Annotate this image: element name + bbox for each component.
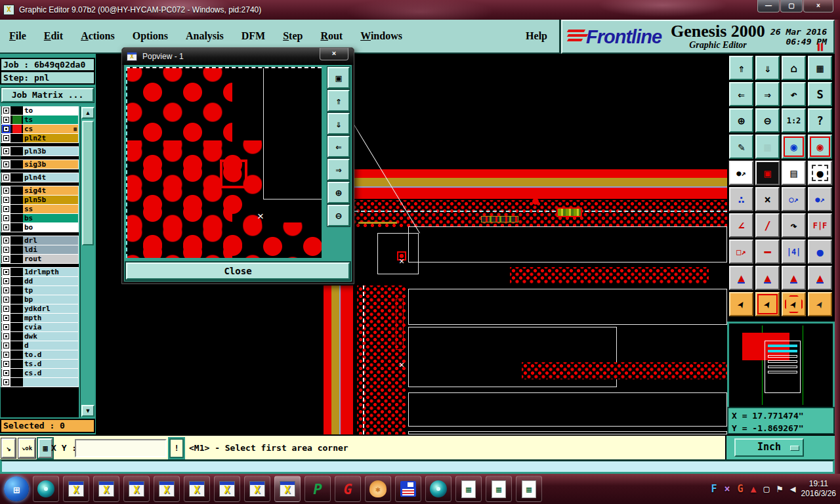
rotate-button[interactable]: ↷ [782, 213, 806, 238]
layer-color-swatch[interactable] [12, 304, 22, 313]
surface-button[interactable]: ● [808, 240, 832, 264]
layer-visibility-checkbox[interactable] [2, 160, 10, 169]
layer-row[interactable] [1, 377, 79, 387]
layer-color-swatch[interactable] [12, 173, 22, 182]
sig3b[interactable]: sig3b [1, 159, 79, 169]
select-pointer-button[interactable]: ➤ [729, 292, 753, 316]
grid-button[interactable]: ▦ [755, 135, 780, 159]
drl[interactable]: drl [1, 236, 79, 245]
layer-visibility-checkbox[interactable] [2, 255, 10, 263]
flash-tray-icon[interactable]: F [711, 483, 717, 495]
media-player-button[interactable] [33, 476, 59, 502]
1drlmpth[interactable]: 1drlmpth [1, 267, 79, 277]
genesis-window-4-button[interactable]: X [154, 476, 180, 502]
unit-dropdown[interactable]: Inch [734, 438, 804, 457]
layer-visibility-checkbox[interactable] [2, 277, 10, 285]
layer-color-swatch[interactable] [12, 255, 22, 263]
select-mode-1-button[interactable]: ▲ [729, 266, 753, 290]
layer-visibility-checkbox[interactable] [2, 116, 10, 124]
genesis-window-7-button[interactable]: X [244, 476, 270, 502]
close-button[interactable]: × [803, 0, 833, 12]
snap-mode-button[interactable]: ↘ [1, 438, 16, 458]
layer-color-swatch[interactable] [12, 214, 22, 222]
select-frame-button[interactable]: ➤ [755, 292, 780, 316]
layer-visibility-checkbox[interactable] [2, 286, 10, 295]
minimize-button[interactable]: — [757, 0, 780, 12]
zoom-ratio-button[interactable]: 1:2 [782, 108, 806, 133]
view-down-button[interactable]: ⇓ [755, 56, 780, 80]
layer-color-swatch[interactable] [12, 186, 22, 195]
layer-visibility-checkbox[interactable] [2, 304, 10, 313]
layer-visibility-checkbox[interactable] [2, 106, 10, 115]
layer-color-swatch[interactable] [12, 341, 22, 350]
profile-view-button[interactable]: S [808, 82, 832, 106]
tp[interactable]: tp [1, 285, 79, 295]
menu-analysis[interactable]: Analysis [186, 30, 224, 42]
layer-color-swatch[interactable] [12, 268, 22, 276]
save-tool-button[interactable] [395, 476, 421, 502]
pln2t[interactable]: pln2t [1, 133, 79, 143]
layer-color-swatch[interactable] [12, 205, 22, 213]
select-mode-3-button[interactable]: ▲ [782, 266, 806, 290]
layer-color-swatch[interactable] [12, 360, 22, 368]
layer-visibility-checkbox[interactable] [2, 295, 10, 304]
layer-visibility-checkbox[interactable] [2, 378, 10, 387]
layer-visibility-checkbox[interactable] [2, 332, 10, 341]
layer-visibility-checkbox[interactable] [2, 205, 10, 213]
bo[interactable]: bo [1, 222, 79, 232]
menu-help[interactable]: Help [526, 30, 547, 42]
layer-color-swatch[interactable] [12, 116, 22, 124]
symbol-button[interactable]: ●↗ [729, 161, 753, 185]
media-player-2-button[interactable] [425, 476, 452, 502]
popview-close-icon[interactable]: × [320, 48, 348, 60]
popview-pan-up-button[interactable]: ⇑ [327, 90, 350, 112]
ydkdrl[interactable]: ydkdrl [1, 304, 79, 314]
menu-step[interactable]: Step [283, 30, 303, 42]
move-to-layer-button[interactable]: ●↗ [808, 187, 832, 211]
layer-color-swatch[interactable] [12, 314, 22, 322]
to.d[interactable]: to.d [1, 350, 79, 360]
mpth[interactable]: mpth [1, 313, 79, 323]
layer-visibility-checkbox[interactable] [2, 196, 10, 204]
layer-visibility-checkbox[interactable] [2, 236, 10, 245]
popview-titlebar[interactable]: X Popview - 1 × [122, 48, 354, 65]
pln3b[interactable]: pln3b [1, 146, 79, 156]
angle-button[interactable]: ∠ [729, 213, 753, 238]
help-button[interactable]: ? [808, 108, 832, 133]
pln4t[interactable]: pln4t [1, 173, 79, 182]
genesis-window-3-button[interactable]: X [123, 476, 150, 502]
active-layer-button[interactable]: ▣ [755, 161, 780, 185]
layer-visibility-checkbox[interactable] [2, 314, 10, 322]
excel-doc-3-button[interactable]: ▦ [516, 476, 542, 502]
break-button[interactable]: ━ [755, 240, 780, 264]
excel-doc-1-button[interactable]: ▦ [455, 476, 482, 502]
excel-doc-2-button[interactable]: ▦ [486, 476, 512, 502]
layer-scrollbar[interactable]: ▲ ▼ [80, 106, 94, 417]
popview-close-button[interactable]: Close [126, 262, 350, 280]
mirror-button[interactable]: F|F [808, 213, 832, 238]
d[interactable]: d [1, 341, 79, 350]
dimension-button[interactable]: |4| [782, 240, 806, 264]
bp[interactable]: bp [1, 295, 79, 304]
p-app-button[interactable]: P [304, 476, 331, 502]
layer-visibility-checkbox[interactable] [2, 125, 10, 133]
popview-pan-down-button[interactable]: ⇓ [327, 113, 350, 135]
chart-tray-icon[interactable]: ▲ [750, 483, 756, 495]
cvia[interactable]: cvia [1, 322, 79, 332]
layer-color-swatch[interactable] [12, 125, 22, 133]
popview-viewport[interactable]: × [126, 67, 322, 258]
select-polygon-button[interactable]: ➤ [782, 292, 806, 316]
network-tray-icon[interactable]: ▢ [764, 483, 770, 495]
taskbar-clock[interactable]: 19:11 2016/3/26 [801, 479, 836, 499]
bs[interactable]: bs [1, 213, 79, 223]
genesis-window-6-button[interactable]: X [214, 476, 240, 502]
resize-button[interactable]: □↗ [729, 240, 753, 264]
popview-zoom-fit-button[interactable]: ⊕ [327, 182, 350, 203]
layer-color-swatch[interactable] [12, 245, 22, 254]
menu-actions[interactable]: Actions [81, 30, 115, 42]
layer-visibility-checkbox[interactable] [2, 214, 10, 222]
pln5b[interactable]: pln5b [1, 195, 79, 205]
scrollbar-thumb[interactable] [82, 121, 94, 245]
volume-tray-icon[interactable]: ◀ [790, 483, 796, 495]
layer-color-swatch[interactable] [12, 147, 22, 156]
